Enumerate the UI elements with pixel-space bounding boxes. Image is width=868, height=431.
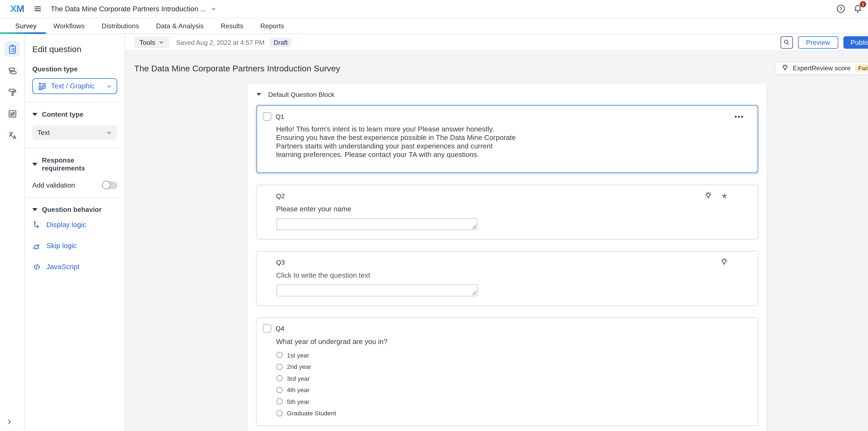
tab-data-analysis[interactable]: Data & Analysis bbox=[148, 18, 212, 33]
required-asterisk-icon bbox=[720, 192, 728, 200]
survey-options-icon[interactable] bbox=[4, 106, 20, 121]
search-icon[interactable] bbox=[780, 36, 793, 49]
content-type-value: Text bbox=[37, 129, 50, 137]
question-card-q1[interactable]: Q1 Hello! This form's intent is to learn… bbox=[256, 105, 758, 174]
question-card-q3[interactable]: Q3 Click to write the question text bbox=[256, 251, 758, 306]
look-and-feel-icon[interactable] bbox=[4, 84, 20, 100]
left-icon-rail bbox=[0, 34, 25, 431]
question-id: Q4 bbox=[276, 325, 284, 332]
javascript-link[interactable]: JavaScript bbox=[32, 263, 80, 271]
publish-button[interactable]: Publish bbox=[843, 36, 868, 49]
question-card-q4[interactable]: Q4 What year of undergrad are you in? 1s… bbox=[256, 317, 758, 426]
chevron-down-icon bbox=[159, 39, 164, 45]
notification-count-badge: 1 bbox=[860, 1, 866, 7]
builder-toolbar: Tools Saved Aug 2, 2022 at 4:57 PM Draft… bbox=[125, 34, 868, 51]
add-validation-toggle[interactable] bbox=[102, 181, 117, 189]
survey-builder-icon[interactable] bbox=[4, 41, 20, 57]
choice-row: 3rd year bbox=[276, 375, 751, 382]
question-text[interactable]: Please enter your name bbox=[276, 205, 751, 213]
choice-list: 1st year 2nd year 3rd year bbox=[276, 351, 751, 417]
question-type-label: Question type bbox=[32, 65, 117, 73]
survey-title: The Data Mine Corporate Partners Introdu… bbox=[134, 63, 340, 73]
text-graphic-icon bbox=[37, 81, 47, 91]
content-type-dropdown[interactable]: Text bbox=[32, 125, 117, 140]
panel-title: Edit question bbox=[32, 44, 117, 54]
survey-flow-icon[interactable] bbox=[4, 63, 20, 78]
help-icon[interactable]: ? bbox=[836, 4, 846, 13]
radio-button[interactable] bbox=[276, 375, 282, 381]
topbar-actions: ? 1 N bbox=[836, 4, 868, 14]
preview-button[interactable]: Preview bbox=[798, 36, 838, 49]
question-checkbox[interactable] bbox=[262, 324, 271, 333]
resize-handle-icon bbox=[471, 291, 476, 295]
block-collapse-icon[interactable] bbox=[256, 93, 261, 96]
short-text-input[interactable] bbox=[276, 284, 477, 297]
workspace: Edit question Question type Text / Graph… bbox=[0, 34, 868, 431]
radio-button[interactable] bbox=[276, 398, 282, 405]
short-text-input[interactable] bbox=[276, 218, 477, 230]
content-type-header: Content type bbox=[42, 111, 83, 118]
edit-question-panel: Edit question Question type Text / Graph… bbox=[25, 34, 125, 431]
question-behavior-header: Question behavior bbox=[42, 206, 101, 214]
display-logic-link[interactable]: Display logic bbox=[32, 220, 86, 229]
survey-switcher-chevron-icon[interactable] bbox=[211, 6, 216, 12]
expand-rail-chevron-icon[interactable] bbox=[6, 418, 12, 426]
add-validation-label: Add validation bbox=[32, 181, 75, 189]
choice-row: 2nd year bbox=[276, 363, 751, 370]
hamburger-menu-icon[interactable] bbox=[33, 4, 42, 13]
question-behavior-collapse-icon[interactable] bbox=[32, 208, 37, 211]
response-requirements-header: Response requirements bbox=[42, 156, 117, 172]
radio-button[interactable] bbox=[276, 387, 282, 393]
resize-handle-icon bbox=[471, 224, 476, 229]
question-id: Q2 bbox=[276, 192, 285, 199]
lightbulb-icon bbox=[781, 64, 789, 72]
question-id: Q3 bbox=[276, 258, 285, 265]
choice-row: Graduate Student bbox=[276, 409, 751, 417]
tab-results[interactable]: Results bbox=[212, 18, 252, 33]
draft-badge: Draft bbox=[270, 38, 291, 47]
display-logic-icon bbox=[32, 220, 41, 229]
question-type-dropdown[interactable]: Text / Graphic bbox=[32, 78, 117, 94]
skip-logic-icon bbox=[32, 241, 41, 250]
chevron-down-icon bbox=[106, 129, 112, 136]
tab-survey[interactable]: Survey bbox=[7, 18, 45, 33]
question-text[interactable]: Hello! This form's intent is to learn mo… bbox=[276, 125, 516, 159]
radio-button[interactable] bbox=[276, 410, 282, 416]
question-text[interactable]: Click to write the question text bbox=[276, 271, 751, 279]
notifications-bell-icon[interactable]: 1 bbox=[853, 4, 863, 13]
question-checkbox[interactable] bbox=[262, 112, 271, 121]
translations-icon[interactable] bbox=[4, 127, 20, 143]
tab-reports[interactable]: Reports bbox=[252, 18, 293, 33]
tab-distributions[interactable]: Distributions bbox=[93, 18, 148, 33]
response-requirements-collapse-icon[interactable] bbox=[32, 162, 37, 166]
current-survey-name: The Data Mine Corporate Partners Introdu… bbox=[51, 5, 206, 13]
qualtrics-survey-editor: XM The Data Mine Corporate Partners Intr… bbox=[0, 0, 868, 431]
question-card-q2[interactable]: Q2 Please enter your name bbox=[256, 185, 758, 240]
radio-button[interactable] bbox=[276, 364, 282, 370]
radio-button[interactable] bbox=[276, 352, 282, 358]
primary-nav-tabs: Survey Workflows Distributions Data & An… bbox=[0, 18, 868, 34]
tools-dropdown[interactable]: Tools bbox=[134, 36, 169, 48]
block-title: Default Question Block bbox=[268, 91, 335, 98]
content-type-collapse-icon[interactable] bbox=[32, 113, 37, 116]
xm-logo: XM bbox=[10, 3, 24, 14]
javascript-code-icon bbox=[32, 263, 41, 271]
top-bar: XM The Data Mine Corporate Partners Intr… bbox=[0, 0, 868, 18]
question-menu-ellipsis-icon[interactable] bbox=[733, 114, 744, 119]
svg-text:?: ? bbox=[840, 6, 842, 11]
skip-logic-link[interactable]: Skip logic bbox=[32, 241, 77, 250]
survey-canvas: The Data Mine Corporate Partners Introdu… bbox=[125, 51, 868, 431]
chevron-down-icon bbox=[106, 83, 112, 89]
expert-review-lightbulb-icon[interactable] bbox=[704, 191, 712, 200]
tab-workflows[interactable]: Workflows bbox=[45, 18, 93, 33]
expert-review-lightbulb-icon[interactable] bbox=[720, 258, 728, 266]
expert-review-score-badge: Fair bbox=[855, 64, 868, 72]
survey-builder-main: Tools Saved Aug 2, 2022 at 4:57 PM Draft… bbox=[125, 34, 868, 431]
choice-row: 1st year bbox=[276, 351, 751, 359]
question-block-container: Default Question Block Q1 Hello! This fo… bbox=[247, 83, 766, 431]
expert-review-label: ExpertReview score bbox=[793, 65, 850, 71]
question-type-value: Text / Graphic bbox=[51, 82, 95, 90]
expert-review-pill[interactable]: ExpertReview score Fair bbox=[775, 61, 868, 74]
question-text[interactable]: What year of undergrad are you in? bbox=[276, 338, 751, 346]
choice-row: 5th year bbox=[276, 398, 751, 405]
